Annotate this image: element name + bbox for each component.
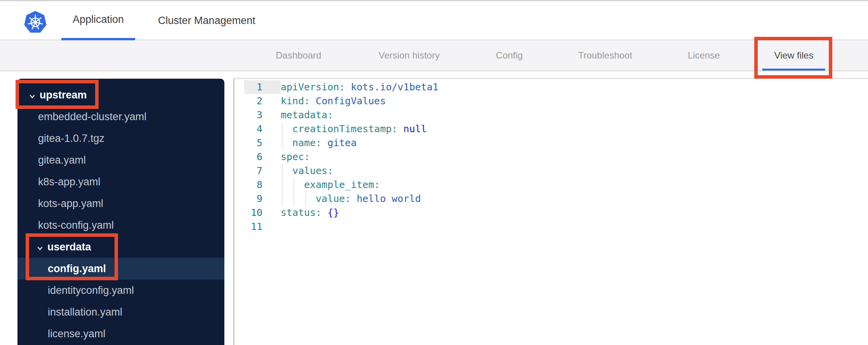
file-label: installation.yaml xyxy=(48,306,122,318)
code-text: creationTimestamp: null xyxy=(281,122,427,136)
line-number: 6 xyxy=(235,150,262,164)
file-label: gitea.yaml xyxy=(38,154,86,166)
tree-item-identityconfig-yaml[interactable]: identityconfig.yaml xyxy=(17,279,224,301)
line-number: 5 xyxy=(235,136,262,150)
sidebar-editor-divider xyxy=(233,79,234,345)
indent-guide xyxy=(282,164,283,178)
code-text: spec: xyxy=(281,150,310,164)
file-label: embedded-cluster.yaml xyxy=(38,111,146,123)
tree-item-userdata[interactable]: userdata xyxy=(17,236,224,258)
code-line-7[interactable]: 7 values: xyxy=(235,164,868,178)
file-label: k8s-app.yaml xyxy=(38,176,101,188)
line-number: 9 xyxy=(235,192,262,206)
subnav-tab-troubleshoot[interactable]: Troubleshoot xyxy=(578,40,632,71)
code-text: status: {} xyxy=(281,206,339,220)
line-number: 8 xyxy=(235,178,262,192)
line-number: 10 xyxy=(235,206,262,220)
subnav-tab-view-files[interactable]: View files xyxy=(774,40,814,71)
code-text: apiVersion: kots.io/v1beta1 xyxy=(281,80,438,94)
tree-item-embedded-cluster-yaml[interactable]: embedded-cluster.yaml xyxy=(17,106,224,128)
top-navbar: ApplicationCluster Management xyxy=(0,0,868,40)
code-text: values: xyxy=(281,164,333,178)
line-number: 1 xyxy=(235,80,262,94)
line-number: 4 xyxy=(235,122,262,136)
code-editor[interactable]: 1apiVersion: kots.io/v1beta12kind: Confi… xyxy=(235,79,868,345)
tree-item-installation-yaml[interactable]: installation.yaml xyxy=(17,301,224,323)
topnav-tab-cluster-management[interactable]: Cluster Management xyxy=(147,1,267,40)
file-label: identityconfig.yaml xyxy=(48,285,134,297)
subnav-tab-dashboard[interactable]: Dashboard xyxy=(276,40,321,71)
code-line-9[interactable]: 9 value: hello world xyxy=(235,192,868,206)
indent-guide xyxy=(293,178,294,192)
code-line-1[interactable]: 1apiVersion: kots.io/v1beta1 xyxy=(235,80,868,94)
tree-item-license-yaml[interactable]: license.yaml xyxy=(17,323,224,345)
subnav-tab-license[interactable]: License xyxy=(688,40,720,71)
code-line-11[interactable]: 11 xyxy=(235,220,868,234)
code-text: metadata: xyxy=(281,108,333,122)
tree-item-upstream[interactable]: upstream xyxy=(17,84,224,106)
line-number: 2 xyxy=(235,94,262,108)
file-label: config.yaml xyxy=(48,263,106,275)
app-subnav: DashboardVersion historyConfigTroublesho… xyxy=(0,40,868,71)
code-line-5[interactable]: 5 name: gitea xyxy=(235,136,868,150)
file-tree-sidebar: upstreamembedded-cluster.yamlgitea-1.0.7… xyxy=(17,79,224,345)
chevron-down-icon xyxy=(36,243,44,251)
chevron-down-icon xyxy=(28,91,36,99)
tree-item-kots-config-yaml[interactable]: kots-config.yaml xyxy=(17,214,224,236)
indent-guide xyxy=(282,136,283,150)
code-line-6[interactable]: 6spec: xyxy=(235,150,868,164)
code-line-10[interactable]: 10status: {} xyxy=(235,206,868,220)
tree-item-k8s-app-yaml[interactable]: k8s-app.yaml xyxy=(17,171,224,193)
code-line-3[interactable]: 3metadata: xyxy=(235,108,868,122)
code-text: example_item: xyxy=(281,178,380,192)
kubernetes-logo-icon[interactable] xyxy=(24,10,47,34)
file-label: license.yaml xyxy=(48,328,106,340)
topnav-tab-application[interactable]: Application xyxy=(61,1,135,40)
subnav-tab-config[interactable]: Config xyxy=(496,40,523,71)
code-line-4[interactable]: 4 creationTimestamp: null xyxy=(235,122,868,136)
indent-guide xyxy=(293,192,294,206)
code-text: kind: ConfigValues xyxy=(281,94,386,108)
tree-item-config-yaml[interactable]: config.yaml xyxy=(17,258,224,279)
indent-guide xyxy=(305,192,306,206)
tree-item-kots-app-yaml[interactable]: kots-app.yaml xyxy=(17,193,224,214)
indent-guide xyxy=(282,178,283,192)
tree-item-gitea-1-0-7-tgz[interactable]: gitea-1.0.7.tgz xyxy=(17,128,224,149)
folder-label: userdata xyxy=(47,241,91,253)
subnav-tab-version-history[interactable]: Version history xyxy=(378,40,439,71)
file-label: gitea-1.0.7.tgz xyxy=(38,133,104,145)
code-text: name: gitea xyxy=(281,136,357,150)
line-number: 7 xyxy=(235,164,262,178)
topnav-tabs: ApplicationCluster Management xyxy=(61,1,267,40)
tree-item-gitea-yaml[interactable]: gitea.yaml xyxy=(17,149,224,171)
file-label: kots-config.yaml xyxy=(38,219,114,231)
folder-label: upstream xyxy=(40,89,87,101)
indent-guide xyxy=(282,122,283,136)
indent-guide xyxy=(282,192,283,206)
code-text: value: hello world xyxy=(281,192,421,206)
code-line-2[interactable]: 2kind: ConfigValues xyxy=(235,94,868,108)
line-number: 3 xyxy=(235,108,262,122)
line-number: 11 xyxy=(235,220,262,234)
file-label: kots-app.yaml xyxy=(38,198,103,210)
code-line-8[interactable]: 8 example_item: xyxy=(235,178,868,192)
